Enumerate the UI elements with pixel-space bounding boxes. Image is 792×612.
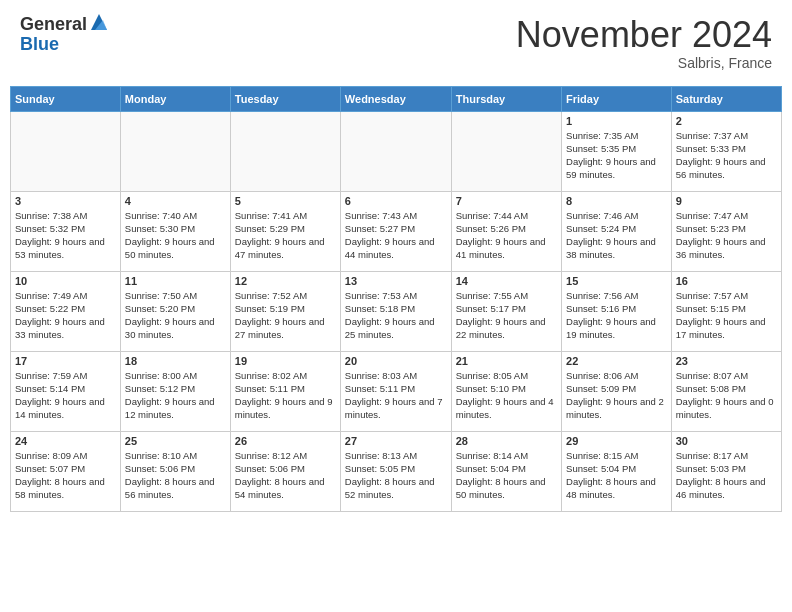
day-info: Sunrise: 8:00 AM Sunset: 5:12 PM Dayligh… (125, 369, 226, 422)
calendar-cell: 18Sunrise: 8:00 AM Sunset: 5:12 PM Dayli… (120, 351, 230, 431)
calendar-cell: 5Sunrise: 7:41 AM Sunset: 5:29 PM Daylig… (230, 191, 340, 271)
day-number: 25 (125, 435, 226, 447)
day-info: Sunrise: 8:02 AM Sunset: 5:11 PM Dayligh… (235, 369, 336, 422)
day-number: 10 (15, 275, 116, 287)
day-number: 14 (456, 275, 557, 287)
day-info: Sunrise: 8:12 AM Sunset: 5:06 PM Dayligh… (235, 449, 336, 502)
calendar-cell: 6Sunrise: 7:43 AM Sunset: 5:27 PM Daylig… (340, 191, 451, 271)
weekday-header-saturday: Saturday (671, 86, 781, 111)
day-number: 6 (345, 195, 447, 207)
day-number: 12 (235, 275, 336, 287)
day-info: Sunrise: 7:56 AM Sunset: 5:16 PM Dayligh… (566, 289, 667, 342)
calendar-cell: 23Sunrise: 8:07 AM Sunset: 5:08 PM Dayli… (671, 351, 781, 431)
day-number: 28 (456, 435, 557, 447)
week-row-4: 17Sunrise: 7:59 AM Sunset: 5:14 PM Dayli… (11, 351, 782, 431)
calendar-cell: 12Sunrise: 7:52 AM Sunset: 5:19 PM Dayli… (230, 271, 340, 351)
weekday-header-friday: Friday (562, 86, 672, 111)
day-info: Sunrise: 8:13 AM Sunset: 5:05 PM Dayligh… (345, 449, 447, 502)
calendar-cell: 13Sunrise: 7:53 AM Sunset: 5:18 PM Dayli… (340, 271, 451, 351)
day-info: Sunrise: 7:41 AM Sunset: 5:29 PM Dayligh… (235, 209, 336, 262)
weekday-header-thursday: Thursday (451, 86, 561, 111)
day-number: 4 (125, 195, 226, 207)
day-info: Sunrise: 7:46 AM Sunset: 5:24 PM Dayligh… (566, 209, 667, 262)
week-row-3: 10Sunrise: 7:49 AM Sunset: 5:22 PM Dayli… (11, 271, 782, 351)
day-info: Sunrise: 7:37 AM Sunset: 5:33 PM Dayligh… (676, 129, 777, 182)
day-info: Sunrise: 8:09 AM Sunset: 5:07 PM Dayligh… (15, 449, 116, 502)
header: General Blue November 2024 Salbris, Fran… (10, 10, 782, 76)
day-number: 30 (676, 435, 777, 447)
day-info: Sunrise: 8:17 AM Sunset: 5:03 PM Dayligh… (676, 449, 777, 502)
day-number: 18 (125, 355, 226, 367)
day-number: 24 (15, 435, 116, 447)
day-info: Sunrise: 7:59 AM Sunset: 5:14 PM Dayligh… (15, 369, 116, 422)
calendar-cell: 24Sunrise: 8:09 AM Sunset: 5:07 PM Dayli… (11, 431, 121, 511)
calendar-cell: 4Sunrise: 7:40 AM Sunset: 5:30 PM Daylig… (120, 191, 230, 271)
calendar-cell (340, 111, 451, 191)
calendar-cell: 10Sunrise: 7:49 AM Sunset: 5:22 PM Dayli… (11, 271, 121, 351)
day-info: Sunrise: 7:44 AM Sunset: 5:26 PM Dayligh… (456, 209, 557, 262)
day-number: 23 (676, 355, 777, 367)
day-number: 19 (235, 355, 336, 367)
calendar-cell: 1Sunrise: 7:35 AM Sunset: 5:35 PM Daylig… (562, 111, 672, 191)
day-info: Sunrise: 7:38 AM Sunset: 5:32 PM Dayligh… (15, 209, 116, 262)
day-number: 9 (676, 195, 777, 207)
calendar-cell: 16Sunrise: 7:57 AM Sunset: 5:15 PM Dayli… (671, 271, 781, 351)
day-number: 8 (566, 195, 667, 207)
day-info: Sunrise: 7:55 AM Sunset: 5:17 PM Dayligh… (456, 289, 557, 342)
calendar-cell: 27Sunrise: 8:13 AM Sunset: 5:05 PM Dayli… (340, 431, 451, 511)
day-info: Sunrise: 7:57 AM Sunset: 5:15 PM Dayligh… (676, 289, 777, 342)
calendar-cell: 28Sunrise: 8:14 AM Sunset: 5:04 PM Dayli… (451, 431, 561, 511)
day-info: Sunrise: 7:40 AM Sunset: 5:30 PM Dayligh… (125, 209, 226, 262)
day-number: 20 (345, 355, 447, 367)
calendar-cell: 7Sunrise: 7:44 AM Sunset: 5:26 PM Daylig… (451, 191, 561, 271)
calendar-cell: 30Sunrise: 8:17 AM Sunset: 5:03 PM Dayli… (671, 431, 781, 511)
title-section: November 2024 Salbris, France (516, 15, 772, 71)
week-row-1: 1Sunrise: 7:35 AM Sunset: 5:35 PM Daylig… (11, 111, 782, 191)
day-number: 3 (15, 195, 116, 207)
calendar: SundayMondayTuesdayWednesdayThursdayFrid… (10, 86, 782, 512)
calendar-cell: 25Sunrise: 8:10 AM Sunset: 5:06 PM Dayli… (120, 431, 230, 511)
calendar-cell: 15Sunrise: 7:56 AM Sunset: 5:16 PM Dayli… (562, 271, 672, 351)
logo-icon (89, 12, 109, 32)
day-info: Sunrise: 8:06 AM Sunset: 5:09 PM Dayligh… (566, 369, 667, 422)
logo-general-text: General (20, 15, 87, 35)
calendar-cell (230, 111, 340, 191)
day-info: Sunrise: 8:10 AM Sunset: 5:06 PM Dayligh… (125, 449, 226, 502)
calendar-cell (11, 111, 121, 191)
day-info: Sunrise: 8:05 AM Sunset: 5:10 PM Dayligh… (456, 369, 557, 422)
day-number: 15 (566, 275, 667, 287)
day-info: Sunrise: 7:50 AM Sunset: 5:20 PM Dayligh… (125, 289, 226, 342)
day-number: 7 (456, 195, 557, 207)
month-title: November 2024 (516, 15, 772, 55)
day-number: 2 (676, 115, 777, 127)
day-info: Sunrise: 7:47 AM Sunset: 5:23 PM Dayligh… (676, 209, 777, 262)
day-info: Sunrise: 7:43 AM Sunset: 5:27 PM Dayligh… (345, 209, 447, 262)
day-info: Sunrise: 7:49 AM Sunset: 5:22 PM Dayligh… (15, 289, 116, 342)
day-info: Sunrise: 7:35 AM Sunset: 5:35 PM Dayligh… (566, 129, 667, 182)
day-info: Sunrise: 7:52 AM Sunset: 5:19 PM Dayligh… (235, 289, 336, 342)
weekday-header-sunday: Sunday (11, 86, 121, 111)
day-info: Sunrise: 8:07 AM Sunset: 5:08 PM Dayligh… (676, 369, 777, 422)
calendar-cell: 17Sunrise: 7:59 AM Sunset: 5:14 PM Dayli… (11, 351, 121, 431)
calendar-cell: 20Sunrise: 8:03 AM Sunset: 5:11 PM Dayli… (340, 351, 451, 431)
calendar-cell: 2Sunrise: 7:37 AM Sunset: 5:33 PM Daylig… (671, 111, 781, 191)
calendar-cell: 26Sunrise: 8:12 AM Sunset: 5:06 PM Dayli… (230, 431, 340, 511)
calendar-cell: 29Sunrise: 8:15 AM Sunset: 5:04 PM Dayli… (562, 431, 672, 511)
day-info: Sunrise: 8:14 AM Sunset: 5:04 PM Dayligh… (456, 449, 557, 502)
calendar-cell: 21Sunrise: 8:05 AM Sunset: 5:10 PM Dayli… (451, 351, 561, 431)
location: Salbris, France (516, 55, 772, 71)
calendar-cell: 8Sunrise: 7:46 AM Sunset: 5:24 PM Daylig… (562, 191, 672, 271)
weekday-header-wednesday: Wednesday (340, 86, 451, 111)
calendar-cell (451, 111, 561, 191)
day-number: 21 (456, 355, 557, 367)
day-number: 29 (566, 435, 667, 447)
weekday-header-tuesday: Tuesday (230, 86, 340, 111)
day-info: Sunrise: 8:03 AM Sunset: 5:11 PM Dayligh… (345, 369, 447, 422)
day-number: 13 (345, 275, 447, 287)
day-number: 27 (345, 435, 447, 447)
day-number: 17 (15, 355, 116, 367)
weekday-header-row: SundayMondayTuesdayWednesdayThursdayFrid… (11, 86, 782, 111)
weekday-header-monday: Monday (120, 86, 230, 111)
calendar-cell: 14Sunrise: 7:55 AM Sunset: 5:17 PM Dayli… (451, 271, 561, 351)
logo: General Blue (20, 15, 109, 55)
